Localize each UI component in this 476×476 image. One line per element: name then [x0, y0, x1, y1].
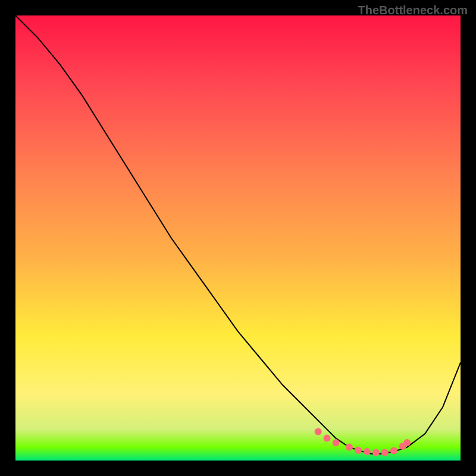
highlight-dot — [315, 428, 322, 435]
highlight-dot — [346, 444, 353, 451]
chart-svg — [15, 15, 461, 461]
highlight-dot — [403, 439, 411, 446]
watermark-text: TheBottleneck.com — [358, 4, 468, 17]
highlight-dot — [364, 448, 371, 455]
highlight-dot — [324, 435, 331, 442]
gradient-background — [15, 15, 461, 461]
highlight-dot — [390, 447, 397, 455]
highlight-dot — [381, 449, 389, 456]
highlight-dot — [355, 447, 362, 454]
highlight-dot — [333, 439, 340, 446]
highlight-dot — [372, 449, 380, 456]
chart-plot-area — [15, 15, 461, 461]
